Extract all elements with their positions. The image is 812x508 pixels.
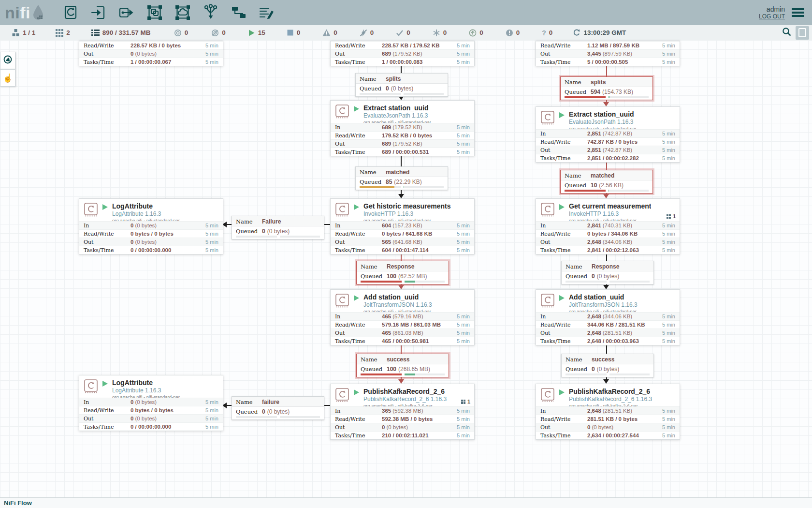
- stat-value: 2,841 / 00:02:12.063: [587, 247, 654, 253]
- processor-type: PublishKafkaRecord_2_6 1.16.3: [569, 396, 652, 403]
- stat-value: 2,851(742.87 KB): [587, 131, 654, 136]
- processor[interactable]: PublishKafkaRecord_2_6 PublishKafkaRecor…: [330, 384, 475, 440]
- queue-count-bar: [565, 96, 606, 98]
- processor[interactable]: Read/Write1.12 MB / 897.59 KB5 min Out3,…: [536, 41, 680, 66]
- input-port-icon[interactable]: [89, 3, 108, 22]
- queue-count-bar: [566, 374, 607, 375]
- stat-value: 0 bytes / 344.06 KB: [587, 231, 654, 237]
- output-port-icon[interactable]: [117, 3, 136, 22]
- connection-queued-label: Queued: [566, 273, 592, 280]
- queue-size-bar: [609, 96, 649, 98]
- queue-count-bar: [566, 281, 607, 283]
- logout-link[interactable]: LOG OUT: [759, 13, 785, 20]
- connection-relationship: success: [387, 356, 409, 363]
- stat-value: 210 / 00:02:11.021: [382, 433, 449, 438]
- processor-bundle: org.apache.nifi - nifi-standard-nar: [112, 394, 180, 398]
- refresh-icon[interactable]: [573, 29, 580, 37]
- processor[interactable]: Extract station_uuid EvaluateJsonPath 1.…: [330, 100, 475, 156]
- stat-label: Out: [540, 239, 587, 245]
- processor[interactable]: LogAttribute LogAttribute 1.16.3 org.apa…: [79, 198, 223, 254]
- funnel-icon[interactable]: [202, 3, 220, 22]
- stat-window: 5 min: [654, 239, 675, 245]
- navigate-palette-toggle[interactable]: [0, 52, 15, 69]
- stat-label: Out: [540, 147, 587, 153]
- queue-size: (0 bytes): [267, 228, 290, 235]
- connection-name-label: Name: [360, 75, 386, 82]
- stat-value: 689 / 00:00:00.531: [382, 149, 449, 155]
- connection-label[interactable]: Namematched Queued85(22.29 KB): [355, 166, 448, 190]
- processor-icon[interactable]: [61, 3, 80, 22]
- connection-queued-label: Queued: [565, 182, 591, 189]
- stat-label: Out: [84, 51, 130, 57]
- connection-label[interactable]: Namematched Queued10(2.56 KB): [560, 170, 653, 194]
- stat-value: 2,634 / 00:00:27.544: [587, 433, 654, 438]
- template-icon[interactable]: [230, 3, 248, 22]
- stat-value: 0(0 bytes): [130, 399, 197, 405]
- global-menu-icon[interactable]: [792, 7, 804, 18]
- queue-count-bar: [361, 281, 402, 283]
- stopped-icon: [287, 29, 294, 36]
- stat-window: 5 min: [449, 43, 470, 48]
- label-icon[interactable]: [258, 3, 276, 22]
- processor[interactable]: Add station_uuid JoltTransformJSON 1.16.…: [330, 289, 475, 345]
- connection-label[interactable]: Namefailure Queued0(0 bytes): [232, 396, 324, 420]
- stat-value: 0(0 bytes): [130, 239, 197, 245]
- stat-label: In: [335, 408, 382, 414]
- connection-label[interactable]: NameFailure Queued0(0 bytes): [232, 216, 324, 239]
- queue-count-bar: [236, 416, 277, 418]
- stat-label: Tasks/Time: [335, 433, 382, 439]
- stat-label: Read/Write: [335, 231, 382, 237]
- stat-label: Tasks/Time: [335, 149, 382, 155]
- processor-bundle: org.apache.nifi - nifi-standard-nar: [112, 218, 180, 221]
- process-group-icon[interactable]: [145, 3, 164, 22]
- remote-process-group-icon[interactable]: [174, 3, 192, 22]
- stat-value: 0(0 bytes): [130, 223, 197, 228]
- flow-canvas[interactable]: ☝ Read/Write228.57 KB / 0 bytes5 min Out…: [0, 40, 812, 498]
- stat-window: 5 min: [449, 223, 470, 228]
- stat-label: Read/Write: [84, 407, 130, 414]
- connection-label[interactable]: Namesplits Queued0(0 bytes): [355, 73, 448, 97]
- stat-window: 5 min: [654, 416, 675, 422]
- processor[interactable]: Get historic measurements InvokeHTTP 1.1…: [330, 198, 475, 254]
- connection-label[interactable]: Namesplits Queued594(154.73 KB): [560, 76, 653, 100]
- queue-size: (0 bytes): [597, 273, 620, 280]
- processor-name: Add station_uuid: [569, 293, 638, 301]
- stat-window: 5 min: [654, 247, 675, 253]
- stat-label: Read/Write: [335, 416, 382, 422]
- processor-name: Get current measurement: [569, 202, 651, 210]
- stat-value: 2,841(740.31 KB): [587, 223, 654, 228]
- processor[interactable]: Read/Write228.57 KB / 179.52 KB5 min Out…: [330, 41, 475, 66]
- processor[interactable]: PublishKafkaRecord_2_6 PublishKafkaRecor…: [536, 384, 680, 440]
- arrowhead-icon: [603, 194, 609, 198]
- connection-label[interactable]: Namesuccess Queued100(268.65 MB): [356, 354, 449, 377]
- search-icon[interactable]: [782, 27, 792, 38]
- processor[interactable]: Add station_uuid JoltTransformJSON 1.16.…: [536, 289, 680, 345]
- stat-window: 5 min: [449, 338, 470, 344]
- processor[interactable]: Extract station_uuid EvaluateJsonPath 1.…: [536, 106, 680, 163]
- connection-queued-label: Queued: [361, 366, 387, 373]
- queue-count: 0: [592, 366, 595, 373]
- stat-label: In: [84, 223, 130, 229]
- processor-stamp-icon: [84, 379, 98, 393]
- stat-value: 3,445(897.59 KB): [587, 51, 654, 57]
- exclamation-circle-icon: [506, 29, 513, 37]
- panel-toggle-icon[interactable]: [796, 26, 809, 40]
- stat-window: 5 min: [449, 408, 470, 414]
- stat-window: 5 min: [449, 416, 470, 422]
- stat-label: Read/Write: [540, 139, 587, 145]
- processor[interactable]: LogAttribute LogAttribute 1.16.3 org.apa…: [79, 375, 223, 431]
- stat-label: Read/Write: [84, 231, 130, 237]
- processor[interactable]: Read/Write228.57 KB / 0 bytes5 min Out0(…: [79, 41, 223, 66]
- up-to-date-status: 0: [396, 29, 410, 36]
- stat-value: 2,851(742.87 KB): [587, 147, 654, 153]
- connection-label[interactable]: NameResponse Queued100(62.52 MB): [356, 261, 449, 284]
- stat-value: 2,648(281.51 KB): [587, 408, 654, 414]
- connection-label[interactable]: NameResponse Queued0(0 bytes): [561, 261, 654, 284]
- connection-label[interactable]: Namesuccess Queued0(0 bytes): [561, 354, 654, 377]
- processor[interactable]: Get current measurement InvokeHTTP 1.16.…: [536, 198, 680, 254]
- stat-window: 5 min: [449, 51, 470, 57]
- operate-palette-toggle[interactable]: ☝: [0, 69, 15, 87]
- breadcrumb[interactable]: NiFi Flow: [0, 499, 32, 507]
- stat-value: 579.16 MB / 861.03 MB: [382, 322, 449, 328]
- stat-label: Out: [335, 424, 382, 431]
